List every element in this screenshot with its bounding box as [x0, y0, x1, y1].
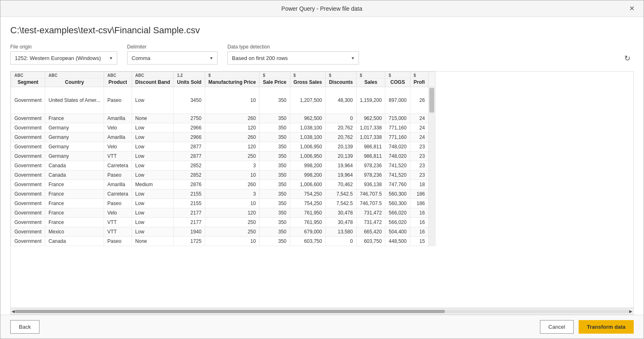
cell-11-7: 761,950 [290, 208, 325, 218]
cell-3-3: Low [132, 133, 174, 142]
cell-11-8: 30,478 [325, 208, 356, 218]
back-button[interactable]: Back [10, 320, 39, 334]
cell-9-0: Government [11, 189, 45, 199]
cell-5-9: 986,811 [356, 152, 385, 161]
col-type-5: $ [205, 72, 259, 78]
cell-13-3: Low [132, 227, 174, 237]
cell-6-4: 2852 [174, 161, 205, 171]
scroll-track[interactable] [15, 310, 629, 313]
scrollbar-cell [429, 133, 436, 142]
cell-10-4: 2155 [174, 199, 205, 208]
cell-13-9: 665,420 [356, 227, 385, 237]
cell-14-0: Government [11, 237, 45, 246]
cell-14-8: 0 [325, 237, 356, 246]
cell-14-4: 1725 [174, 237, 205, 246]
cell-13-4: 1940 [174, 227, 205, 237]
scroll-thumb[interactable] [15, 310, 445, 313]
type-icon-9: $ [360, 73, 362, 78]
cell-7-1: Canada [45, 171, 104, 180]
refresh-button[interactable]: ↻ [621, 52, 634, 65]
col-header-product: ABC Product [104, 72, 132, 87]
cell-10-2: Paseo [104, 199, 132, 208]
cell-6-1: Canada [45, 161, 104, 171]
cell-1-3: None [132, 114, 174, 123]
data-type-wrapper: Based on first 200 rows ▼ [227, 51, 359, 65]
close-button[interactable]: ✕ [627, 4, 637, 13]
scrollbar-cell [429, 237, 436, 246]
cell-6-9: 978,236 [356, 161, 385, 171]
cell-1-11: 24 [410, 114, 428, 123]
col-name-8: Discounts [326, 78, 356, 87]
cell-5-3: Low [132, 152, 174, 161]
col-name-6: Sale Price [259, 78, 290, 87]
cell-11-5: 120 [205, 208, 259, 218]
cell-9-10: 560,300 [385, 189, 410, 199]
type-icon-10: $ [389, 73, 391, 78]
table-row: GovernmentGermanyVeloLow28771203501,006,… [11, 142, 436, 152]
cancel-button[interactable]: Cancel [540, 320, 574, 334]
col-header-cogs: $ COGS [385, 72, 410, 87]
cell-14-11: 15 [410, 237, 428, 246]
cell-11-3: Low [132, 208, 174, 218]
cell-5-1: Germany [45, 152, 104, 161]
scroll-right-button[interactable]: ▶ [629, 309, 632, 314]
cell-6-2: Carretera [104, 161, 132, 171]
delimiter-select[interactable]: Comma [127, 51, 218, 65]
cell-7-6: 350 [259, 171, 290, 180]
cell-4-7: 1,006,950 [290, 142, 325, 152]
dialog-title: Power Query - Preview file data [17, 5, 627, 12]
col-type-6: $ [259, 72, 290, 78]
cell-0-9: 1,159,200 [356, 87, 385, 114]
cell-1-10: 715,000 [385, 114, 410, 123]
cell-9-2: Carretera [104, 189, 132, 199]
horizontal-scrollbar[interactable]: ◀ ▶ [11, 308, 633, 314]
cell-11-11: 16 [410, 208, 428, 218]
title-bar: Power Query - Preview file data ✕ [0, 0, 644, 17]
cell-12-8: 30,478 [325, 218, 356, 227]
cell-8-6: 350 [259, 180, 290, 189]
cell-9-1: France [45, 189, 104, 199]
cell-2-10: 771,160 [385, 123, 410, 133]
cell-11-9: 731,472 [356, 208, 385, 218]
cell-14-2: Paseo [104, 237, 132, 246]
data-type-select[interactable]: Based on first 200 rows [227, 51, 359, 65]
cell-13-5: 250 [205, 227, 259, 237]
transform-button[interactable]: Transform data [579, 320, 634, 334]
table-row: GovernmentFranceCarreteraLow21553350754,… [11, 189, 436, 199]
col-name-5: Manufacturing Price [205, 78, 259, 87]
cell-1-0: Government [11, 114, 45, 123]
file-origin-select[interactable]: 1252: Western European (Windows) [10, 51, 117, 65]
scrollbar-cell [429, 123, 436, 133]
cell-6-8: 19,964 [325, 161, 356, 171]
cell-7-9: 978,236 [356, 171, 385, 180]
cell-12-4: 2177 [174, 218, 205, 227]
col-header-units-sold: 1.2 Units Sold [174, 72, 205, 87]
file-origin-label: File origin [10, 44, 117, 50]
cell-6-10: 741,520 [385, 161, 410, 171]
cell-6-7: 998,200 [290, 161, 325, 171]
cell-7-8: 19,964 [325, 171, 356, 180]
cell-14-6: 350 [259, 237, 290, 246]
cell-13-8: 13,580 [325, 227, 356, 237]
cell-0-3: Low [132, 87, 174, 114]
scrollbar-cell [429, 208, 436, 218]
cell-2-8: 20,762 [325, 123, 356, 133]
cell-10-5: 10 [205, 199, 259, 208]
scroll-left-button[interactable]: ◀ [12, 309, 15, 314]
cell-12-7: 761,950 [290, 218, 325, 227]
cell-9-7: 754,250 [290, 189, 325, 199]
cell-13-2: VTT [104, 227, 132, 237]
cell-3-7: 1,038,100 [290, 133, 325, 142]
table-header-row: ABC Segment ABC Country ABC Product ABC … [11, 72, 436, 87]
table-wrapper[interactable]: ABC Segment ABC Country ABC Product ABC … [11, 71, 633, 308]
col-header-segment: ABC Segment [11, 72, 45, 87]
col-type-7: $ [290, 72, 325, 78]
cell-5-4: 2877 [174, 152, 205, 161]
scrollbar-cell [429, 189, 436, 199]
file-origin-wrapper: 1252: Western European (Windows) ▼ [10, 51, 117, 65]
cell-3-11: 24 [410, 133, 428, 142]
cell-14-10: 448,500 [385, 237, 410, 246]
col-header-manufacturing-price: $ Manufacturing Price [205, 72, 259, 87]
col-type-11: $ [410, 72, 428, 78]
table-row: GovernmentFranceAmarillaNone275026035096… [11, 114, 436, 123]
